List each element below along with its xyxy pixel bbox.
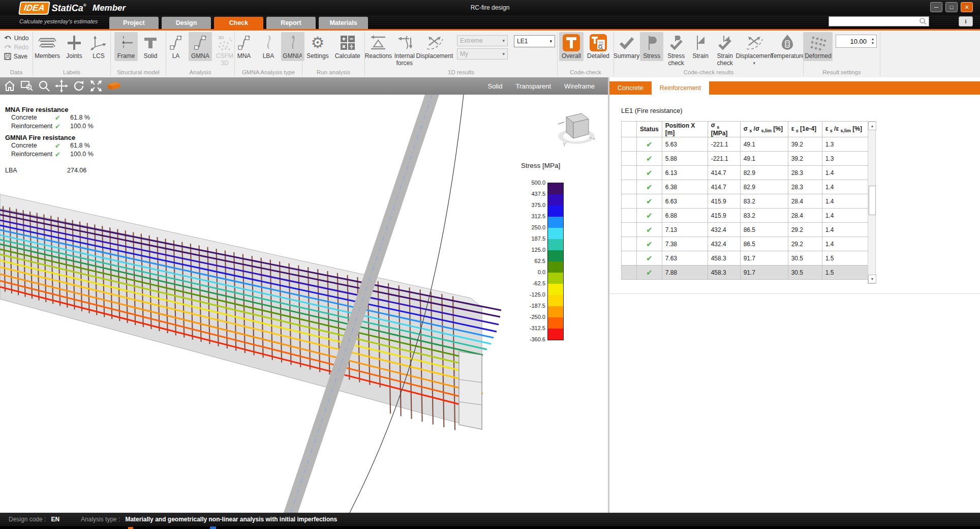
info-button[interactable]: i [959, 16, 973, 26]
result-label: Concrete [11, 113, 55, 122]
view-mode-transparent[interactable]: Transparent [515, 82, 551, 90]
home-view-button[interactable] [2, 79, 17, 93]
extreme-select[interactable]: Extreme▾ [457, 35, 508, 46]
calculate-button[interactable]: Calculate [332, 32, 363, 61]
table-scrollbar[interactable]: ▲ ▼ [868, 121, 876, 284]
column-header[interactable]: σ s [MPa] [708, 122, 740, 137]
undo-button[interactable]: Undo [2, 34, 31, 42]
result-value: 61.8 % [70, 141, 94, 150]
la-button[interactable]: LA [164, 32, 188, 61]
search-input[interactable] [829, 18, 919, 24]
spin-down-icon[interactable]: ▼ [869, 41, 876, 45]
solid-button[interactable]: Solid [139, 32, 162, 61]
column-header[interactable]: ε s /ε s,lim [%] [822, 122, 870, 137]
joints-button[interactable]: Joints [63, 32, 86, 61]
strain-check-button[interactable]: Strain check [713, 32, 737, 68]
result-section-title: GMNIA Fire resistance [5, 134, 94, 141]
save-button[interactable]: Save [2, 52, 31, 61]
redo-button[interactable]: Redo [2, 43, 31, 51]
table-row[interactable]: ✔6.63415.983.228.41.4 [622, 194, 870, 209]
overall-button[interactable]: Overall [559, 32, 584, 61]
mna-button[interactable]: MNA [232, 32, 256, 61]
table-row[interactable]: ✔7.13432.486.529.21.4 [622, 223, 870, 237]
la-icon [169, 33, 183, 52]
scroll-up-icon: ▲ [871, 124, 874, 128]
column-header[interactable]: σ s /σ s,lim [%] [740, 122, 788, 137]
column-header[interactable]: Status [637, 122, 662, 137]
concrete-brick-button[interactable] [106, 79, 121, 93]
redo-icon [4, 44, 12, 51]
solid-icon [143, 33, 158, 52]
table-row[interactable]: ✔6.13414.782.928.31.4 [622, 166, 870, 180]
minimize-button[interactable]: ─ [930, 2, 942, 12]
legend-tick: -312.5 [515, 325, 545, 331]
strain-button[interactable]: Strain [689, 32, 712, 61]
zoom-button[interactable] [37, 79, 52, 93]
stress-button[interactable]: Stress [640, 32, 663, 61]
stress-check-button[interactable]: Stress check [664, 32, 688, 68]
reactions-button[interactable]: Reactions [365, 32, 392, 61]
tab-report[interactable]: Report [266, 17, 316, 29]
rotate-button[interactable] [71, 79, 86, 93]
legend-tick: -125.0 [515, 291, 545, 298]
view-mode-wireframe[interactable]: Wireframe [564, 82, 595, 90]
tab-check[interactable]: Check [214, 17, 263, 29]
home-icon [4, 80, 16, 92]
gmnia-button[interactable]: GMNIA [281, 32, 304, 61]
panel-tab-reinforcement[interactable]: Reinforcement [652, 81, 709, 95]
maximize-button[interactable]: □ [945, 2, 958, 12]
deformed-scale-input[interactable] [836, 35, 869, 47]
table-cell: 1.3 [822, 137, 870, 152]
lba-button[interactable]: LBA [257, 32, 280, 61]
displacement-button[interactable]: Displacement [417, 32, 452, 61]
table-row[interactable]: ✔6.38414.782.928.31.4 [622, 180, 870, 194]
scroll-up-button[interactable]: ▲ [868, 122, 876, 130]
table-cell: -221.1 [708, 137, 740, 152]
close-button[interactable]: ✕ [961, 2, 973, 12]
column-header[interactable] [622, 122, 637, 137]
my-select[interactable]: My▾ [457, 48, 508, 60]
gmna-button[interactable]: GMNA [189, 32, 212, 61]
table-row[interactable]: ✔7.38432.486.529.21.4 [622, 237, 870, 251]
legend-band [548, 194, 563, 205]
column-header[interactable]: Position X [m] [662, 122, 708, 137]
panel-tab-concrete[interactable]: Concrete [609, 81, 652, 95]
spin-up-icon[interactable]: ▲ [869, 37, 876, 41]
table-row[interactable]: ✔5.63-221.149.139.21.3 [622, 137, 870, 152]
detailed-button[interactable]: Detailed [585, 32, 612, 61]
table-cell: 39.2 [788, 137, 822, 152]
status-bar: Design code : EN Analysis type : Materia… [0, 513, 980, 526]
column-header[interactable]: ε s [1e-4] [788, 122, 822, 137]
mna-icon [237, 33, 251, 52]
table-row[interactable]: ✔7.88458.391.730.51.5 [622, 266, 870, 280]
pan-button[interactable] [54, 79, 69, 93]
frame-button[interactable]: Frame [114, 32, 138, 61]
temperature-button[interactable]: Temperature [772, 32, 803, 61]
svg-text:3D: 3D [218, 35, 224, 40]
table-row[interactable]: ✔6.88415.983.228.41.4 [622, 209, 870, 223]
viewport-3d[interactable]: Y MNA Fire resistanceConcrete✔61.8 %Rein… [0, 95, 608, 513]
table-cell: 83.2 [740, 194, 788, 209]
tab-project[interactable]: Project [109, 17, 159, 29]
table-cell: 414.7 [708, 166, 740, 180]
view-mode-solid[interactable]: Solid [488, 82, 503, 90]
members-button[interactable]: Members [33, 32, 62, 61]
zoom-window-button[interactable] [19, 79, 35, 93]
internal-forces-button[interactable]: Internal forces [393, 32, 416, 68]
scroll-thumb[interactable] [869, 186, 876, 215]
navigation-cube[interactable]: Y [558, 113, 596, 148]
table-row[interactable]: ✔7.63458.391.730.51.5 [622, 251, 870, 266]
deformed-button[interactable]: Deformed [804, 32, 833, 61]
table-row[interactable]: ✔5.88-221.149.139.21.3 [622, 152, 870, 166]
tab-materials[interactable]: Materials [319, 17, 368, 29]
displacement-results-button[interactable]: Displacement ▾ [738, 32, 771, 67]
lcs-button[interactable]: LCS [87, 32, 110, 61]
settings-button[interactable]: ⚙ Settings [304, 32, 331, 61]
load-case-select[interactable]: LE1▾ [514, 35, 555, 47]
summary-button[interactable]: Summary [614, 32, 639, 61]
fit-view-button[interactable] [88, 79, 104, 93]
tab-design[interactable]: Design [162, 17, 211, 29]
ribbon-group-codecheck: Overall Detailed Code-check [558, 31, 614, 77]
members-icon [38, 33, 56, 52]
scroll-down-button[interactable]: ▼ [868, 275, 876, 283]
